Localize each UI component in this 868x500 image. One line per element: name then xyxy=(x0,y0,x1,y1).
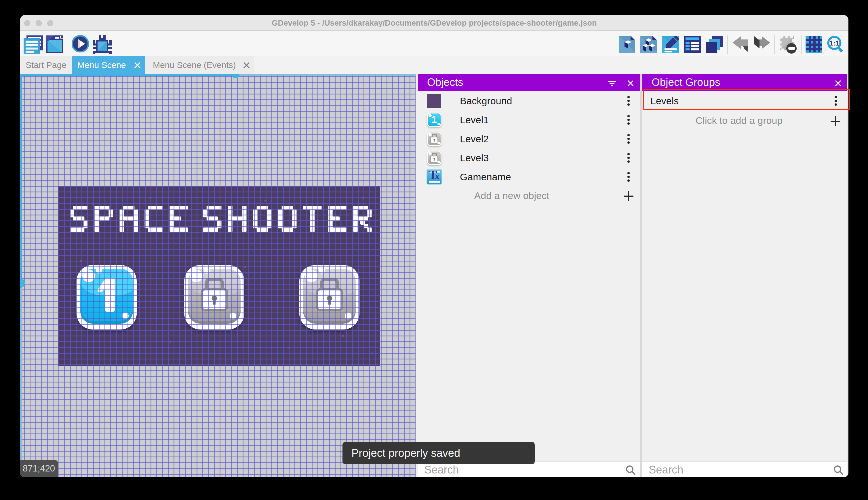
svg-text:1:1: 1:1 xyxy=(830,39,840,47)
